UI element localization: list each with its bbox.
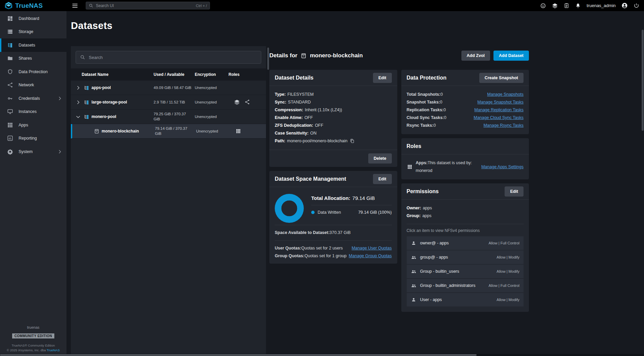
sidebar-item-storage[interactable]: Storage [0, 25, 66, 39]
total-allocation: Total Allocation:79.14 GiB [311, 192, 392, 205]
copyright-brand-link[interactable]: TrueNAS [47, 348, 60, 352]
add-dataset-button[interactable]: Add Dataset [493, 51, 529, 61]
user-quotas-row: User Quotas:Quotas set for 2 users Manag… [275, 244, 392, 252]
tree-scrollbar-thumb[interactable] [267, 48, 269, 70]
manage-cloud-sync-tasks-link[interactable]: Manage Cloud Sync Tasks [474, 114, 524, 122]
user-icon[interactable] [621, 2, 628, 9]
dataset-details-card: Dataset Details Edit Type:FILESYSTEM Syn… [269, 70, 397, 167]
dataset-name: monero-pool [91, 114, 116, 119]
sidebar-item-datasets[interactable]: Datasets [0, 38, 66, 52]
permission-item[interactable]: owner@ - apps Allow | Full Control [407, 236, 524, 250]
details-title: Details for monero-blockchain [269, 52, 363, 59]
manage-replication-tasks-link[interactable]: Manage Replication Tasks [474, 106, 524, 114]
dataset-search-input[interactable] [89, 55, 257, 60]
add-zvol-button[interactable]: Add Zvol [461, 51, 490, 61]
permission-item[interactable]: User - apps Allow | Modify [407, 293, 524, 306]
permissions-list: owner@ - apps Allow | Full Control group… [401, 236, 529, 312]
user-menu-label[interactable]: truenas_admin [587, 3, 616, 8]
jobs-icon[interactable] [564, 3, 569, 8]
truenas-logo[interactable]: TrueNAS [0, 2, 66, 9]
monitor-icon [7, 108, 14, 115]
field-sync: Sync:STANDARD [275, 98, 392, 106]
column-header: Dataset Name [71, 72, 154, 77]
table-row[interactable]: large-storage-pool 2.9 TiB / 11.52 TiB U… [71, 95, 266, 110]
field-atime: Enable Atime:OFF [275, 114, 392, 122]
table-row-selected[interactable]: monero-blockchain 79.14 GiB / 370.37 GiB… [71, 124, 266, 139]
dashboard-icon [7, 15, 14, 22]
create-snapshot-button[interactable]: Create Snapshot [479, 73, 524, 83]
manage-group-quotas-link[interactable]: Manage Group Quotas [349, 252, 392, 260]
dp-row: Rsync Tasks:0Manage Rsync Tasks [407, 122, 524, 129]
space-donut-chart [275, 194, 304, 223]
sidebar-item-system[interactable]: System [0, 145, 66, 158]
group-icon [411, 255, 417, 260]
dataset-search[interactable] [76, 51, 261, 64]
dataset-name: large-storage-pool [91, 100, 127, 105]
manage-apps-settings-link[interactable]: Manage Apps Settings [481, 163, 524, 171]
expand-chevron-right-icon[interactable] [74, 85, 82, 91]
sidebar-item-network[interactable]: Network [0, 79, 66, 92]
manage-snapshot-tasks-link[interactable]: Manage Snapshot Tasks [477, 98, 524, 106]
group-icon [411, 283, 417, 289]
hostname: truenas [0, 325, 66, 329]
apps-role-icon [235, 128, 241, 134]
sidebar-item-reporting[interactable]: Reporting [0, 132, 66, 145]
card-title: Data Protection [407, 75, 447, 81]
manage-snapshots-link[interactable]: Manage Snapshots [487, 91, 524, 98]
expand-chevron-down-icon[interactable] [74, 114, 82, 120]
sidebar-item-apps[interactable]: Apps [0, 118, 66, 132]
permission-item[interactable]: Group - builtin_administrators Allow | F… [407, 279, 524, 292]
power-icon[interactable] [634, 3, 639, 8]
manage-user-quotas-link[interactable]: Manage User Quotas [352, 244, 392, 252]
encryption-state: Unencrypted [195, 115, 229, 119]
bar-chart-icon [7, 135, 14, 142]
sidebar-item-label: Storage [19, 29, 33, 34]
sidebar-item-data-protection[interactable]: Data Protection [0, 65, 66, 79]
copy-path-icon[interactable] [350, 139, 355, 144]
search-shortcut-hint: Ctrl + / [196, 4, 207, 8]
table-row[interactable]: apps-pool 49.09 GiB / 58.47 GiB Unencryp… [71, 81, 266, 95]
vertical-scrollbar[interactable] [641, 11, 644, 354]
permission-item[interactable]: group@ - apps Allow | Modify [407, 250, 524, 264]
permission-item[interactable]: Group - builtin_users Allow | Modify [407, 265, 524, 278]
feedback-icon[interactable] [540, 3, 546, 9]
network-icon [7, 82, 14, 88]
sidebar-item-label: Instances [19, 109, 37, 114]
global-search-input[interactable] [96, 3, 193, 8]
sidebar-item-dashboard[interactable]: Dashboard [0, 12, 66, 25]
sidebar-item-label: Datasets [19, 43, 35, 48]
column-header: Roles [229, 72, 266, 77]
group-icon [411, 269, 417, 274]
details-left-column: Dataset Details Edit Type:FILESYSTEM Syn… [269, 70, 397, 268]
table-row[interactable]: monero-pool 79.25 GiB / 370.37 GiB Unenc… [71, 110, 266, 124]
edit-dataset-details-button[interactable]: Edit [373, 73, 392, 83]
edit-permissions-button[interactable]: Edit [505, 186, 524, 197]
card-title: Permissions [407, 188, 439, 195]
manage-rsync-tasks-link[interactable]: Manage Rsync Tasks [483, 122, 524, 129]
field-dedup: ZFS Deduplication:OFF [275, 122, 392, 129]
sidebar-item-shares[interactable]: Shares [0, 52, 66, 65]
horizontal-scrollbar-thumb[interactable] [0, 354, 477, 356]
field-compression: Compression:Inherit (1.10x (LZ4)) [275, 106, 392, 114]
sidebar-item-credentials[interactable]: Credentials [0, 92, 66, 105]
pool-tree-icon [84, 99, 89, 105]
edit-space-button[interactable]: Edit [373, 174, 392, 184]
search-icon [89, 3, 93, 8]
alerts-bell-icon[interactable] [575, 3, 581, 8]
vertical-scrollbar-thumb[interactable] [642, 30, 644, 131]
sidebar-item-instances[interactable]: Instances [0, 105, 66, 119]
group-field: Group:apps [407, 212, 524, 220]
delete-dataset-button[interactable]: Delete [368, 153, 392, 164]
horizontal-scrollbar[interactable] [0, 354, 644, 356]
datasets-tree-icon [7, 42, 14, 49]
dataset-icon [94, 128, 100, 134]
expand-chevron-right-icon[interactable] [74, 99, 82, 105]
dp-row: Cloud Sync Tasks:0Manage Cloud Sync Task… [407, 114, 524, 122]
selected-dataset-name: monero-blockchain [310, 52, 363, 59]
truecommand-icon[interactable] [552, 3, 558, 9]
menu-toggle-button[interactable] [72, 2, 78, 9]
global-search[interactable]: Ctrl + / [86, 2, 210, 9]
owner-field: Owner:apps [407, 204, 524, 212]
dataset-icon [300, 53, 307, 59]
space-management-card: Dataset Space Management Edit Total Allo… [269, 171, 397, 264]
